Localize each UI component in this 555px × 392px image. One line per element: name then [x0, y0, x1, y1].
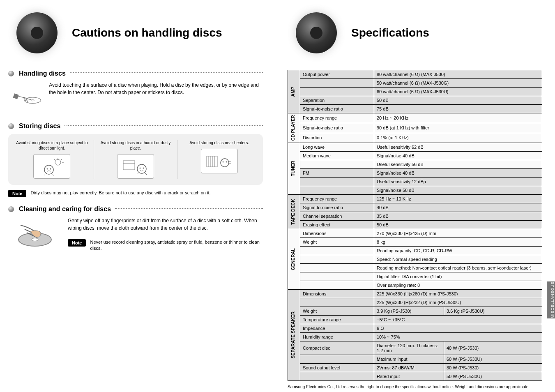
spec-value: Diameter: 120 mm. Thickness: 1.2 mm — [374, 341, 444, 355]
spec-label: Temperature range — [300, 315, 374, 324]
spec-value: 3.6 Kg (PS-J530U) — [444, 307, 542, 315]
table-row: 60 watt/channel (6 Ω) (MAX-J530U) — [288, 88, 542, 96]
side-tab-misc: MISCELLANEOUS — [547, 281, 555, 318]
spec-label: Humidity range — [300, 332, 374, 341]
table-row: Reading capacity: CD, CD-R, CD-RW — [288, 246, 542, 255]
spec-value: 75 dB — [374, 105, 542, 113]
speaker-logo-icon — [8, 4, 66, 62]
storing-col1-text: Avoid storing discs in a place subject t… — [14, 140, 90, 151]
spec-label: Sound output level — [300, 363, 374, 372]
spec-value: 8 kg — [374, 238, 542, 246]
table-row: Signal/noise 58 dB — [288, 186, 542, 194]
svg-rect-2 — [13, 93, 19, 99]
spec-value: Useful sensitivity 62 dB — [374, 143, 542, 151]
svg-point-9 — [47, 168, 48, 169]
spec-value: Reading capacity: CD, CD-R, CD-RW — [374, 246, 542, 255]
table-row: Useful sensitivity 12 dBµ — [288, 177, 542, 186]
spec-label — [300, 246, 374, 255]
table-row: Erasing effect50 dB — [288, 220, 542, 229]
spec-value: Useful sensitivity 12 dBµ — [374, 177, 542, 186]
spec-label — [300, 298, 374, 307]
heater-cartoon-icon — [201, 149, 238, 173]
cleaning-disc-icon — [12, 217, 62, 252]
spec-value: Over sampling rate: 8 — [374, 281, 542, 289]
group-label: GENERAL — [290, 248, 295, 270]
spec-value: 40 dB — [374, 203, 542, 212]
table-row: Reading method: Non-contact optical read… — [288, 263, 542, 272]
note-badge: Note — [68, 239, 86, 247]
section-cleaning-title: Cleaning and caring for discs — [19, 205, 111, 213]
right-page-title: Specifications — [351, 26, 429, 39]
table-row: CD PLAYERFrequency range20 Hz ~ 20 KHz — [288, 113, 542, 123]
spec-value: 2Vrms: 87 dB/W/M — [374, 363, 444, 372]
table-row: Compact discDiameter: 120 mm. Thickness:… — [288, 341, 542, 355]
spec-label: Impedance — [300, 324, 374, 332]
spec-label: Frequency range — [300, 113, 374, 123]
group-label: TUNER — [290, 161, 295, 176]
table-row: AMPOutput power80 watt/channel (6 Ω) (MA… — [288, 70, 542, 79]
table-row: Useful sensitivity 56 dB — [288, 160, 542, 168]
table-row: Signal-to-noise ratio90 dB (at 1 KHz) wi… — [288, 123, 542, 133]
right-header: Specifications — [288, 4, 542, 62]
left-header: Cautions on handling discs — [8, 4, 263, 62]
spec-value: 3.9 Kg (PS-J530) — [374, 307, 444, 315]
spec-label — [300, 177, 374, 186]
sunlight-cartoon-icon — [33, 154, 70, 179]
svg-point-23 — [226, 161, 227, 162]
spec-label: Channel separation — [300, 212, 374, 220]
group-label: CD PLAYER — [290, 115, 295, 141]
spec-label: Separation — [300, 96, 374, 105]
spec-value: 225 (W)x330 (H)x280 (D) mm (PS-J530) — [374, 289, 542, 298]
spec-label: Dimensions — [300, 289, 374, 298]
spec-table: AMPOutput power80 watt/channel (6 Ω) (MA… — [288, 70, 542, 381]
spec-label: Weight — [300, 307, 374, 315]
spec-label — [300, 88, 374, 96]
storing-note: Note Dirty discs may not play correctly.… — [8, 190, 263, 197]
svg-point-25 — [32, 238, 38, 241]
spec-value: +5°C ~ +35°C — [374, 315, 542, 324]
spec-value: 60 watt/channel (6 Ω) (MAX-J530U) — [374, 88, 542, 96]
spec-value: Speed: Normal-speed reading — [374, 255, 542, 263]
table-row: Signal-to-noise ratio75 dB — [288, 105, 542, 113]
spec-value: Rated input — [374, 372, 444, 380]
spec-label: Distortion — [300, 133, 374, 143]
table-row: TUNERLong waveUseful sensitivity 62 dB — [288, 143, 542, 151]
svg-point-15 — [143, 167, 144, 168]
handling-text: Avoid touching the surface of a disc whe… — [49, 81, 263, 96]
spec-label — [300, 160, 374, 168]
spec-value: 270 (W)x330 (H)x425 (D) mm — [374, 229, 542, 238]
spec-label: Dimensions — [300, 229, 374, 238]
svg-line-5 — [61, 159, 62, 160]
spec-label: Signal-to-noise ratio — [300, 203, 374, 212]
svg-line-6 — [54, 159, 55, 160]
spec-value: 80 watt/channel (6 Ω) (MAX-J530) — [374, 70, 542, 79]
spec-value: 50 dB — [374, 220, 542, 229]
spec-value: 50 W (PS-J530U) — [444, 372, 542, 380]
speaker-logo-icon — [288, 4, 345, 62]
svg-rect-11 — [123, 161, 135, 170]
spec-value: 20 Hz ~ 20 KHz — [374, 113, 542, 123]
table-row: Over sampling rate: 8 — [288, 281, 542, 289]
group-label: SEPARATE SPEAKER — [290, 311, 295, 359]
spec-label: Medium wave — [300, 151, 374, 160]
spec-label: Output power — [300, 70, 374, 79]
spec-label: Long wave — [300, 143, 374, 151]
bullet-icon — [8, 71, 14, 76]
right-page: Specifications AMPOutput power80 watt/ch… — [288, 4, 542, 390]
spec-value: 90 dB (at 1 KHz) with filter — [374, 123, 542, 133]
spec-value: 50 dB — [374, 96, 542, 105]
svg-point-8 — [44, 165, 53, 174]
storing-col3-text: Avoid storing discs near heaters. — [182, 140, 257, 145]
spec-label: Signal-to-noise ratio — [300, 123, 374, 133]
spec-value: 50 watt/channel (6 Ω) (MAX-J530G) — [374, 79, 542, 88]
spec-label: Erasing effect — [300, 220, 374, 229]
svg-point-13 — [137, 164, 146, 173]
cleaning-text: Gently wipe off any fingerprints or dirt… — [68, 217, 263, 232]
table-row: FMSignal/noise 40 dB — [288, 168, 542, 177]
spec-label — [300, 255, 374, 263]
table-row: Humidity range10% ~ 75% — [288, 332, 542, 341]
table-row: 50 watt/channel (6 Ω) (MAX-J530G) — [288, 79, 542, 88]
table-row: Channel separation35 dB — [288, 212, 542, 220]
spec-value: 40 W (PS-J530) — [444, 341, 542, 355]
table-row: Impedance6 Ω — [288, 324, 542, 332]
